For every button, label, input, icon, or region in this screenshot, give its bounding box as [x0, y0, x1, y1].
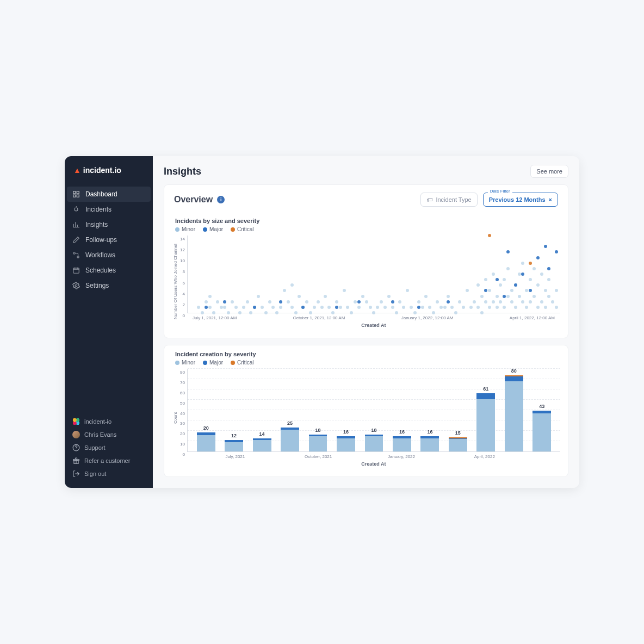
scatter-point: [480, 311, 484, 314]
scatter-ylabel: Number Of Users Who Joined Channel: [172, 236, 179, 328]
bar-value-label: 20: [203, 425, 209, 431]
legend-dot-icon: [203, 227, 207, 232]
scatter-point: [305, 300, 308, 304]
see-more-button[interactable]: See more: [530, 165, 568, 178]
scatter-point: [261, 306, 264, 309]
scatter-point: [220, 306, 223, 309]
overview-card: Overview i 🏷 Incident Type Previous 12 M…: [164, 184, 568, 338]
help-icon: [72, 444, 80, 451]
calendar-icon: [72, 267, 80, 274]
svg-point-7: [75, 284, 77, 287]
scatter-point: [466, 289, 469, 292]
bar-xticks: July, 2021October, 2021January, 2022Apri…: [187, 452, 560, 459]
svg-point-4: [73, 252, 76, 255]
scatter-point: [391, 306, 394, 309]
legend-dot-icon: [175, 361, 179, 365]
scatter-point: [525, 306, 528, 309]
clear-date-icon[interactable]: ×: [549, 196, 552, 203]
scatter-point: [410, 306, 413, 309]
gear-icon: [72, 282, 80, 289]
flow-icon: [72, 251, 80, 259]
sidebar-link-refer-a-customer[interactable]: Refer a customer: [65, 454, 153, 467]
scatter-point: [496, 295, 499, 298]
bar-card: Incident creation by severity MinorMajor…: [164, 345, 568, 477]
scatter-point: [529, 289, 532, 292]
scatter-point: [387, 295, 391, 298]
scatter-point: [536, 306, 540, 309]
sidebar-item-incidents[interactable]: Incidents: [65, 202, 153, 217]
svg-rect-2: [73, 195, 76, 197]
sidebar-item-settings[interactable]: Settings: [65, 278, 153, 293]
slack-icon: [72, 418, 80, 425]
sidebar-link-sign-out[interactable]: Sign out: [65, 467, 153, 480]
scatter-point: [343, 289, 346, 292]
scatter-point: [402, 306, 405, 309]
scatter-point: [510, 300, 513, 304]
scatter-point: [369, 306, 372, 309]
scatter-point: [518, 273, 521, 276]
sidebar-nav: DashboardIncidentsInsightsFollow-upsWork…: [65, 187, 153, 293]
scatter-point: [317, 300, 320, 304]
info-icon[interactable]: i: [217, 196, 225, 203]
scatter-point: [331, 311, 335, 314]
sidebar-link-label: Refer a customer: [84, 457, 130, 464]
scatter-point: [506, 295, 510, 298]
scatter-point: [555, 289, 558, 292]
scatter-point: [492, 273, 495, 276]
scatter-point: [242, 306, 245, 309]
legend-item-critical: Critical: [231, 226, 254, 232]
scatter-point: [544, 245, 547, 248]
workspace-link[interactable]: incident-io: [65, 415, 153, 428]
workspace-name: incident-io: [84, 418, 112, 425]
legend-item-critical: Critical: [231, 360, 254, 366]
scatter-point: [503, 295, 506, 298]
sidebar-item-follow-ups[interactable]: Follow-ups: [65, 232, 153, 247]
scatter-point: [525, 289, 528, 292]
user-link[interactable]: Chris Evans: [65, 428, 153, 441]
bar-value-label: 15: [455, 430, 461, 436]
legend-item-major: Major: [203, 226, 223, 232]
overview-title-text: Overview: [174, 195, 213, 205]
scatter-point: [450, 306, 454, 309]
scatter-point: [454, 311, 457, 314]
date-filter[interactable]: Previous 12 Months ×: [483, 193, 558, 207]
scatter-point: [529, 278, 532, 281]
scatter-point: [264, 311, 268, 314]
bar-column: 43: [530, 369, 554, 451]
bar-area: 20121425181618161615618043: [187, 369, 560, 452]
bar-title: Incident creation by severity: [175, 351, 560, 357]
filters: 🏷 Incident Type Previous 12 Months ×: [420, 193, 558, 207]
fire-icon: [72, 206, 80, 213]
scatter-point: [536, 256, 540, 259]
scatter-point: [551, 300, 554, 304]
sidebar-item-label: Schedules: [85, 267, 116, 274]
page-title: Insights: [164, 166, 201, 177]
dashboard-icon: [72, 190, 80, 198]
sidebar-link-support[interactable]: Support: [65, 441, 153, 454]
incident-type-filter[interactable]: 🏷 Incident Type: [420, 193, 477, 207]
scatter-point: [503, 306, 506, 309]
scatter-point: [555, 306, 558, 309]
svg-point-5: [77, 256, 79, 258]
sidebar-item-label: Incidents: [85, 206, 112, 213]
scatter-point: [432, 311, 435, 314]
sidebar-item-dashboard[interactable]: Dashboard: [67, 187, 151, 202]
scatter-point: [476, 306, 480, 309]
scatter-point: [484, 278, 487, 281]
scatter-point: [327, 306, 331, 309]
svg-rect-6: [73, 268, 79, 273]
bar-value-label: 18: [371, 428, 376, 433]
scatter-legend: MinorMajorCritical: [175, 226, 560, 232]
legend-label: Major: [209, 360, 223, 366]
sidebar-item-insights[interactable]: Insights: [65, 217, 153, 232]
scatter-point: [536, 283, 540, 287]
sidebar-item-schedules[interactable]: Schedules: [65, 263, 153, 278]
scatter-point: [324, 295, 327, 298]
sidebar-item-workflows[interactable]: Workflows: [65, 247, 153, 263]
legend-item-major: Major: [203, 360, 223, 366]
pencil-icon: [72, 236, 80, 244]
scatter-point: [547, 278, 550, 281]
bar-xlabel: Created At: [187, 461, 560, 467]
scatter-point: [499, 300, 502, 304]
scatter-point: [503, 278, 506, 281]
